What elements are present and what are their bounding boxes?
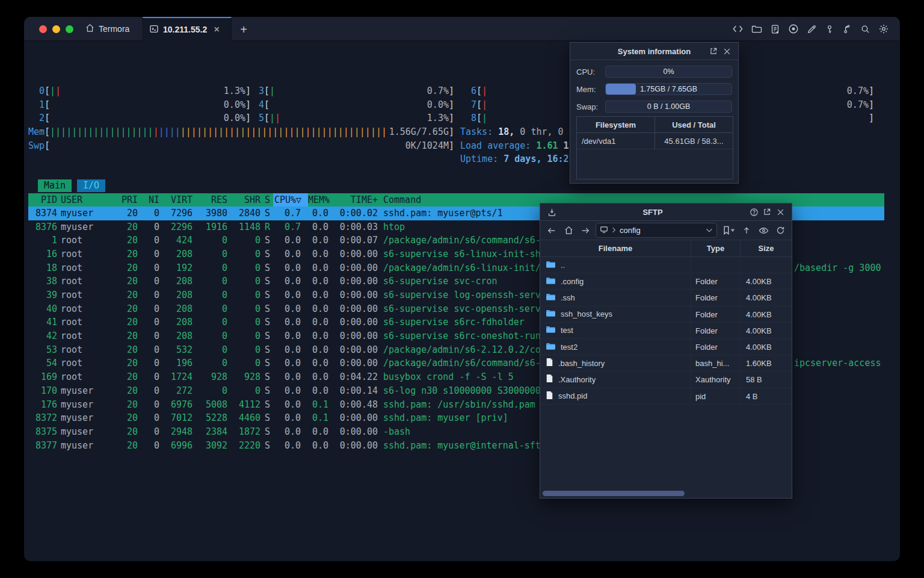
col-header-s[interactable]: S: [265, 193, 273, 207]
file-name: test: [561, 326, 573, 335]
meter-bars: [270, 98, 425, 112]
titlebar: Termora 10.211.55.2 ✕ +: [24, 17, 900, 41]
path-breadcrumb[interactable]: config: [596, 223, 717, 238]
code-icon[interactable]: [732, 24, 744, 34]
download-icon[interactable]: [545, 205, 558, 219]
file-type: [691, 257, 741, 273]
col-header-ni[interactable]: NI: [138, 193, 159, 207]
tab-close-icon[interactable]: ✕: [214, 25, 220, 34]
zoom-traffic-light[interactable]: [66, 25, 73, 33]
close-icon[interactable]: [774, 205, 787, 219]
file-name-cell: .config: [540, 273, 691, 289]
command-overflow-text: /basedir -g 3000: [794, 261, 881, 275]
file-icon: [546, 391, 553, 402]
file-row[interactable]: .sshFolder4.00KB: [540, 290, 792, 306]
file-name: .Xauthority: [558, 375, 596, 384]
sftp-toolbar: config: [540, 221, 792, 240]
meter-bars: ||: [50, 84, 221, 98]
scrollbar-thumb[interactable]: [543, 491, 685, 496]
home-icon[interactable]: [562, 224, 575, 237]
record-icon[interactable]: [788, 23, 799, 34]
app-window: Termora 10.211.55.2 ✕ + 0[||1.3%]1[0.0%]…: [24, 17, 900, 561]
refresh-icon[interactable]: [774, 224, 787, 237]
back-icon[interactable]: [545, 224, 558, 237]
bookmark-icon[interactable]: [721, 224, 736, 237]
col-header-pri[interactable]: PRI: [112, 193, 138, 207]
key-icon[interactable]: [825, 24, 834, 34]
col-header-shr[interactable]: SHR: [227, 193, 260, 207]
table-row[interactable]: /dev/vda1 45.61GB / 58.3...: [577, 133, 733, 149]
file-row[interactable]: .XauthorityXauthority58 B: [540, 371, 792, 388]
file-name-cell: test2: [540, 339, 691, 355]
file-size: [741, 257, 792, 273]
col-header-pid[interactable]: PID: [28, 193, 57, 207]
usage-row-mem: Mem:1.75GB / 7.65GB: [576, 83, 732, 95]
folder-icon[interactable]: [751, 24, 762, 34]
file-row[interactable]: testFolder4.00KB: [540, 323, 792, 339]
col-header-user[interactable]: USER: [61, 193, 112, 207]
file-name-cell: sshd.pid: [540, 388, 691, 404]
file-row[interactable]: ssh_host_keysFolder4.00KB: [540, 306, 792, 323]
log-icon[interactable]: [770, 24, 780, 34]
type-col-header[interactable]: Type: [691, 240, 741, 256]
memory-meter-value: 1.56G/7.65G: [389, 125, 449, 139]
col-header-mem[interactable]: MEM%: [308, 193, 328, 207]
file-name: test2: [561, 343, 578, 352]
system-information-titlebar: System information: [570, 43, 738, 60]
meter-bars: |: [270, 84, 425, 98]
upload-icon[interactable]: [740, 224, 753, 237]
filename-col-header[interactable]: Filename: [540, 240, 691, 256]
search-icon[interactable]: [860, 24, 870, 34]
file-row[interactable]: sshd.pidpid4 B: [540, 388, 792, 405]
tab-session[interactable]: 10.211.55.2 ✕: [143, 17, 232, 41]
col-header-res[interactable]: RES: [192, 193, 227, 207]
sftp-titlebar: SFTP: [540, 204, 792, 221]
settings-gear-icon[interactable]: [878, 23, 889, 34]
computer-icon: [600, 226, 608, 235]
close-icon[interactable]: [720, 45, 733, 58]
new-tab-button[interactable]: +: [236, 22, 251, 37]
col-header-cpu[interactable]: CPU%▽: [273, 193, 308, 207]
horizontal-scrollbar[interactable]: [541, 491, 790, 496]
cpu-meter-5: 5[||1.3%]: [248, 111, 454, 125]
file-row[interactable]: ..: [540, 257, 792, 273]
help-icon[interactable]: [747, 205, 760, 219]
forward-icon[interactable]: [579, 224, 592, 237]
col-header-time[interactable]: TIME+: [328, 193, 378, 207]
popout-icon[interactable]: [760, 205, 774, 219]
filesystem-col-header[interactable]: Filesystem: [577, 117, 655, 132]
file-row[interactable]: .configFolder4.00KB: [540, 273, 792, 290]
usage-bar: 0 B / 1.00GB: [605, 101, 732, 113]
used-total-col-header[interactable]: Used / Total: [655, 117, 733, 132]
file-row[interactable]: .bash_historybash_hi...1.60KB: [540, 355, 792, 371]
file-row[interactable]: test2Folder4.00KB: [540, 339, 792, 355]
file-name-cell: .bash_history: [540, 355, 691, 371]
file-type: Xauthority: [691, 371, 741, 387]
filesystem-name: /dev/vda1: [577, 133, 655, 149]
tab-session-label: 10.211.55.2: [163, 25, 207, 34]
terminal-icon: [149, 24, 159, 36]
chevron-down-icon[interactable]: [706, 226, 713, 235]
file-table-header: Filename Type Size: [540, 240, 792, 257]
file-type: Folder: [691, 306, 741, 322]
file-name-cell: test: [540, 323, 691, 338]
tab-termora-home[interactable]: Termora: [77, 17, 138, 41]
pencil-icon[interactable]: [807, 24, 817, 34]
file-size: 4 B: [741, 388, 792, 404]
close-traffic-light[interactable]: [39, 25, 47, 33]
htop-tab-io[interactable]: I/O: [77, 179, 105, 192]
keychain-icon[interactable]: [842, 24, 852, 34]
folder-icon: [546, 276, 556, 287]
file-size: 4.00KB: [741, 339, 792, 355]
col-header-virt[interactable]: VIRT: [159, 193, 192, 207]
popout-icon[interactable]: [707, 45, 720, 58]
file-list: ...configFolder4.00KB.sshFolder4.00KBssh…: [540, 257, 792, 405]
file-name: sshd.pid: [558, 391, 587, 400]
minimize-traffic-light[interactable]: [52, 25, 60, 33]
file-type: Folder: [691, 273, 741, 289]
file-name: ..: [561, 261, 565, 270]
meter-bars: ||: [270, 111, 425, 125]
htop-tab-main[interactable]: Main: [38, 179, 72, 192]
size-col-header[interactable]: Size: [741, 240, 792, 256]
show-hidden-eye-icon[interactable]: [757, 224, 770, 237]
